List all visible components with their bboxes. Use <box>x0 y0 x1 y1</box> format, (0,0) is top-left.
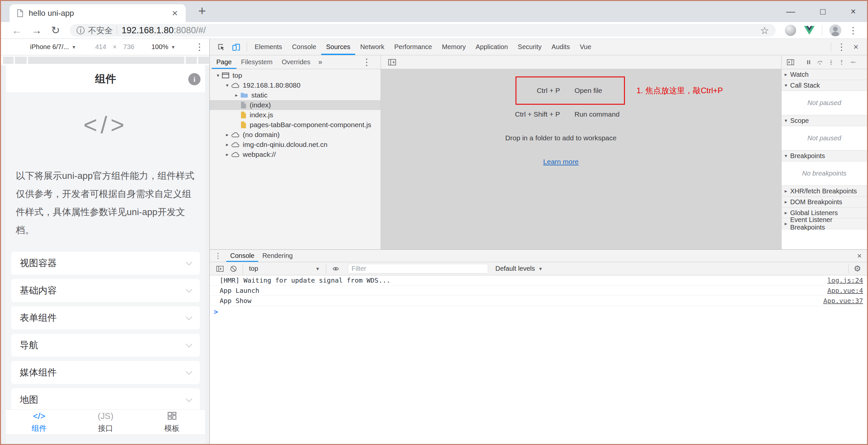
devtools-tab-performance[interactable]: Performance <box>390 39 437 55</box>
device-select[interactable]: iPhone 6/7/... <box>30 43 69 51</box>
devtools-tab-sources[interactable]: Sources <box>321 39 355 55</box>
navigator-tab-page[interactable]: Page <box>212 55 237 69</box>
browser-menu-icon[interactable]: ⋮ <box>848 25 858 36</box>
deactivate-breakpoints-icon[interactable] <box>866 59 868 66</box>
device-toolbar-toggle-icon[interactable] <box>229 42 244 52</box>
devtools-tab-vue[interactable]: Vue <box>575 39 596 55</box>
section-card[interactable]: 表单组件 <box>11 306 200 330</box>
console-source-link[interactable]: log.js:24 <box>828 276 863 284</box>
section-card[interactable]: 导航 <box>11 334 200 357</box>
section-card[interactable]: 媒体组件 <box>11 361 200 384</box>
app-tab-接口[interactable]: (JS)接口 <box>72 410 138 435</box>
debugger-section-call-stack[interactable]: ▾Call Stack <box>782 80 867 91</box>
learn-more-link[interactable]: Learn more <box>543 157 579 167</box>
debugger-section-breakpoints[interactable]: ▾Breakpoints <box>782 150 867 161</box>
section-card[interactable]: 视图容器 <box>11 252 200 275</box>
window-minimize-button[interactable]: — <box>783 7 798 17</box>
drawer-close-icon[interactable]: × <box>852 251 867 261</box>
address-bar[interactable]: ⓘ 不安全 192.168.1.80 :8080/#/ ☆ <box>70 24 776 37</box>
drawer-menu-icon[interactable]: ⋮ <box>214 252 222 260</box>
tree-item[interactable]: (index) <box>210 100 380 110</box>
device-select-caret-icon[interactable]: ▼ <box>71 44 76 50</box>
reload-button[interactable]: ↻ <box>51 24 60 37</box>
section-card[interactable]: 基础内容 <box>11 279 200 302</box>
inspect-element-icon[interactable] <box>214 42 229 52</box>
tree-item[interactable]: ▾top <box>210 70 380 80</box>
tree-closed-arrow-icon[interactable]: ▸ <box>224 151 231 158</box>
console-sidebar-icon[interactable] <box>213 266 227 272</box>
info-icon[interactable]: i <box>188 73 200 85</box>
tree-closed-arrow-icon[interactable]: ▸ <box>224 132 231 138</box>
debugger-section-xhr-fetch-breakpoints[interactable]: ▸XHR/fetch Breakpoints <box>782 186 867 197</box>
forward-button[interactable]: → <box>31 24 42 37</box>
tree-item[interactable]: pages-tabBar-component-component.js <box>210 120 380 130</box>
zoom-caret-icon[interactable]: ▼ <box>171 44 176 50</box>
toggle-sidebar-icon[interactable] <box>785 59 796 66</box>
tree-item[interactable]: ▸static <box>210 90 380 100</box>
debugger-section-watch[interactable]: ▸Watch <box>782 69 867 80</box>
device-width-field[interactable]: 414 <box>95 43 106 51</box>
devtools-tab-elements[interactable]: Elements <box>250 39 287 55</box>
step-into-icon[interactable] <box>827 59 836 66</box>
more-tabs-icon[interactable]: » <box>315 58 326 67</box>
clear-console-icon[interactable] <box>227 265 240 272</box>
devtools-tab-application[interactable]: Application <box>471 39 513 55</box>
toolbar-separator <box>848 264 848 273</box>
console-settings-gear-icon[interactable]: ⚙ <box>851 264 864 273</box>
tree-item[interactable]: index.js <box>210 110 380 120</box>
devtools-tab-network[interactable]: Network <box>355 39 389 55</box>
console-source-link[interactable]: App.vue:37 <box>824 297 863 305</box>
window-close-button[interactable]: × <box>848 7 859 17</box>
execution-context-select[interactable]: top ▼ <box>249 265 320 272</box>
security-label[interactable]: 不安全 <box>88 25 113 36</box>
tree-open-arrow-icon[interactable]: ▾ <box>214 72 222 78</box>
eye-icon[interactable] <box>329 266 343 272</box>
collapse-navigator-icon[interactable] <box>385 59 399 66</box>
profile-avatar[interactable] <box>829 24 841 36</box>
drawer-tab-rendering[interactable]: Rendering <box>258 250 297 262</box>
step-out-icon[interactable] <box>837 59 846 66</box>
console-filter-input[interactable] <box>348 264 488 273</box>
tab-close-icon[interactable]: × <box>170 8 180 19</box>
tree-item[interactable]: ▸img-cdn-qiniu.dcloud.net.cn <box>210 140 380 149</box>
devtools-tab-audits[interactable]: Audits <box>547 39 575 55</box>
device-toolbar-menu-icon[interactable]: ⋮ <box>195 41 204 53</box>
navigator-tab-overrides[interactable]: Overrides <box>277 55 315 69</box>
navigator-menu-icon[interactable]: ⋮ <box>362 57 375 68</box>
section-card[interactable]: 地图 <box>11 388 200 411</box>
debugger-section-scope[interactable]: ▾Scope <box>782 115 867 126</box>
console-source-link[interactable]: App.vue:4 <box>828 286 863 295</box>
debugger-section-event-listener-breakpoints[interactable]: ▸Event Listener Breakpoints <box>782 218 867 229</box>
device-height-field[interactable]: 736 <box>123 43 134 51</box>
devtools-menu-icon[interactable]: ⋮ <box>837 41 846 53</box>
tree-item[interactable]: ▸(no domain) <box>210 130 380 140</box>
app-tab-组件[interactable]: </>组件 <box>6 410 72 435</box>
vue-devtools-icon[interactable] <box>804 26 814 35</box>
new-tab-button[interactable]: + <box>198 4 206 19</box>
tree-open-arrow-icon[interactable]: ▾ <box>224 82 231 88</box>
app-tab-模板[interactable]: 模板 <box>139 410 205 435</box>
tree-closed-arrow-icon[interactable]: ▸ <box>224 142 231 147</box>
device-zoom-select[interactable]: 100% <box>151 43 168 51</box>
tree-item[interactable]: ▸webpack:// <box>210 149 380 160</box>
devtools-tab-security[interactable]: Security <box>513 39 547 55</box>
navigator-tab-filesystem[interactable]: Filesystem <box>237 55 277 69</box>
debugger-section-dom-breakpoints[interactable]: ▸DOM Breakpoints <box>782 197 867 207</box>
step-over-icon[interactable] <box>814 59 825 66</box>
devtools-close-icon[interactable]: × <box>849 42 862 52</box>
pause-script-icon[interactable] <box>804 59 813 65</box>
tree-item[interactable]: ▾192.168.1.80:8080 <box>210 80 380 90</box>
extension-icon[interactable] <box>785 25 796 36</box>
drawer-tab-console[interactable]: Console <box>226 250 258 262</box>
devtools-tab-memory[interactable]: Memory <box>437 39 471 55</box>
devtools-tab-console[interactable]: Console <box>287 39 321 55</box>
console-prompt[interactable]: > <box>210 306 867 317</box>
bookmark-star-icon[interactable]: ☆ <box>760 25 769 36</box>
step-icon[interactable] <box>847 59 858 65</box>
site-info-icon[interactable]: ⓘ <box>76 25 85 36</box>
log-levels-select[interactable]: Default levels ▼ <box>495 265 543 272</box>
window-maximize-button[interactable]: □ <box>817 7 828 17</box>
back-button[interactable]: ← <box>11 24 22 37</box>
tree-closed-arrow-icon[interactable]: ▸ <box>233 92 240 98</box>
browser-tab[interactable]: hello uni-app × <box>9 4 186 22</box>
